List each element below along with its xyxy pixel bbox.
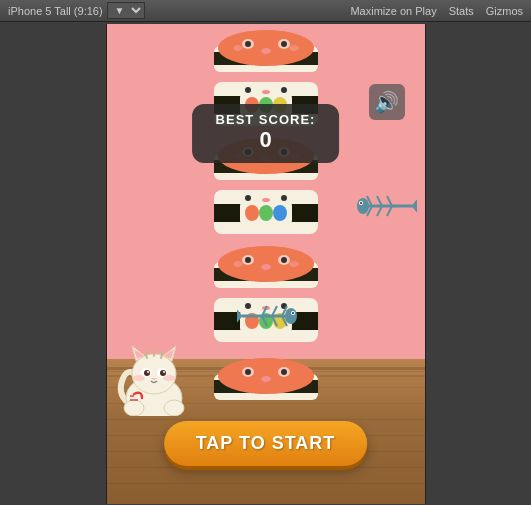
svg-point-6 [281,41,287,47]
svg-point-34 [273,205,287,221]
tap-to-start-button[interactable]: TAP TO START [164,421,368,466]
wood-line-7 [107,467,425,468]
svg-point-8 [233,45,243,51]
svg-point-5 [245,41,251,47]
svg-point-104 [164,400,184,416]
maximize-button[interactable]: Maximize on Play [350,5,436,17]
sushi-piece-4 [210,186,322,238]
svg-point-32 [245,205,259,221]
svg-point-97 [160,370,166,376]
svg-point-18 [262,90,270,94]
svg-point-46 [233,261,243,267]
fishbone-right [357,184,417,228]
cat-character [112,326,192,416]
score-value: 0 [216,127,316,153]
svg-point-43 [245,257,251,263]
svg-point-103 [124,400,144,416]
svg-point-45 [261,264,271,270]
device-dropdown[interactable]: ▼ [107,2,145,19]
svg-point-102 [163,375,175,381]
toolbar: iPhone 5 Tall (9:16) ▼ Maximize on Play … [0,0,531,22]
svg-point-36 [281,195,287,201]
svg-point-7 [261,48,271,54]
svg-point-98 [147,371,149,373]
svg-point-96 [144,370,150,376]
svg-point-44 [281,257,287,263]
svg-point-84 [261,376,271,382]
wood-line-8 [107,483,425,484]
svg-point-99 [163,371,165,373]
svg-point-33 [259,205,273,221]
sound-icon: 🔊 [374,90,399,114]
svg-point-101 [133,375,145,381]
svg-point-76 [292,312,294,314]
svg-point-47 [289,261,299,267]
svg-point-82 [245,369,251,375]
toolbar-right: Maximize on Play Stats Gizmos [350,5,523,17]
svg-point-17 [281,87,287,93]
svg-point-35 [245,195,251,201]
fishbone-left [237,294,297,338]
sushi-piece-1 [210,24,322,76]
device-label: iPhone 5 Tall (9:16) [8,5,103,17]
svg-point-64 [357,198,369,214]
svg-point-9 [289,45,299,51]
gizmos-button[interactable]: Gizmos [486,5,523,17]
svg-point-83 [281,369,287,375]
stats-button[interactable]: Stats [449,5,474,17]
score-label: BEST SCORE: [216,112,316,127]
svg-point-37 [262,198,270,202]
toolbar-left: iPhone 5 Tall (9:16) ▼ [8,2,145,19]
score-panel: BEST SCORE: 0 [192,104,340,163]
game-wrapper: 🔊 BEST SCORE: 0 [0,22,531,505]
svg-point-66 [360,202,362,204]
sushi-piece-5 [210,240,322,292]
wood-line-4 [107,419,425,420]
sound-button[interactable]: 🔊 [369,84,405,120]
game-screen[interactable]: 🔊 BEST SCORE: 0 [106,24,426,504]
sushi-floor-piece [210,352,322,404]
svg-point-74 [285,308,297,324]
svg-point-16 [245,87,251,93]
